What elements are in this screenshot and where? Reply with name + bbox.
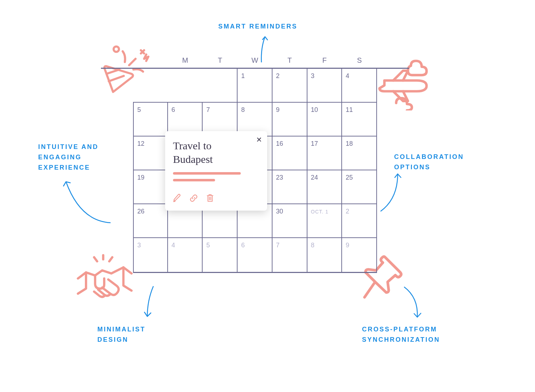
calendar-cell[interactable]: 3 — [307, 69, 342, 102]
calendar-cell[interactable]: 6 — [238, 238, 272, 272]
calendar-cell[interactable]: 7 — [272, 238, 307, 272]
label-intuitive: INTUITIVE AND ENGAGING EXPERIENCE — [38, 142, 98, 172]
calendar-cell[interactable]: 16 — [272, 136, 307, 170]
event-title: Travel to Budapest — [173, 139, 244, 166]
event-detail-placeholder — [173, 172, 241, 175]
calendar-cell[interactable]: 23 — [272, 170, 307, 203]
calendar-cell[interactable]: 19 — [133, 170, 168, 203]
pencil-icon — [173, 194, 182, 202]
label-minimal-l2: DESIGN — [97, 336, 128, 343]
label-intuitive-l3: EXPERIENCE — [38, 164, 90, 171]
day-header: W — [238, 50, 272, 68]
plane-clouds-icon — [376, 59, 434, 112]
calendar-cell[interactable]: 4 — [168, 238, 203, 272]
svg-point-2 — [114, 47, 119, 52]
close-icon: ✕ — [256, 136, 262, 144]
calendar-cell[interactable]: 2 — [272, 69, 307, 102]
calendar-cell-label: OCT. 1 — [311, 209, 329, 215]
calendar-cell[interactable]: 18 — [342, 136, 377, 170]
calendar-day-headers: M T W T F S — [133, 50, 377, 68]
calendar-cell[interactable]: 11 — [342, 103, 377, 136]
event-popup: ✕ Travel to Budapest — [165, 131, 267, 211]
label-intuitive-l2: ENGAGING — [38, 154, 82, 161]
label-collab-l2: OPTIONS — [394, 164, 430, 171]
link-button[interactable] — [189, 194, 198, 204]
calendar-cell-empty — [133, 69, 168, 102]
calendar-cell-empty — [168, 69, 203, 102]
calendar-cell[interactable]: 17 — [307, 136, 342, 170]
calendar-cell[interactable]: 4 — [342, 69, 377, 102]
calendar-week: 3 4 5 6 7 8 9 — [133, 238, 377, 272]
calendar-cell[interactable]: 3 — [133, 238, 168, 272]
arrow-collaboration — [377, 170, 409, 213]
calendar-cell[interactable]: 5 — [133, 103, 168, 136]
handshake-icon — [75, 253, 136, 308]
label-collaboration: COLLABORATION OPTIONS — [394, 152, 464, 172]
label-minimal-l1: MINIMALIST — [97, 326, 146, 333]
event-actions — [173, 194, 259, 204]
calendar-cell[interactable]: 1 — [238, 69, 272, 102]
calendar-cell[interactable]: 8 — [307, 238, 342, 272]
calendar-cell[interactable]: OCT. 1 — [307, 204, 342, 237]
calendar-cell[interactable]: 30 — [272, 204, 307, 237]
calendar-cell[interactable]: 25 — [342, 170, 377, 203]
calendar-cell[interactable]: 26 — [133, 204, 168, 237]
edit-button[interactable] — [173, 194, 182, 204]
calendar-cell[interactable]: 24 — [307, 170, 342, 203]
arrow-minimalist — [141, 284, 160, 320]
calendar-week: 1 2 3 4 — [133, 69, 377, 103]
link-icon — [189, 194, 198, 202]
diagram-stage: SMART REMINDERS INTUITIVE AND ENGAGING E… — [30, 14, 505, 371]
event-detail-placeholder — [173, 179, 215, 181]
calendar-cell[interactable]: 10 — [307, 103, 342, 136]
day-header: T — [203, 50, 238, 68]
label-minimalist: MINIMALIST DESIGN — [97, 324, 146, 345]
day-header: T — [272, 50, 307, 68]
calendar-cell[interactable]: 2 — [342, 204, 377, 237]
label-cross-platform: CROSS-PLATFORM SYNCHRONIZATION — [362, 324, 440, 345]
label-cross-l2: SYNCHRONIZATION — [362, 336, 440, 343]
arrow-intuitive — [55, 171, 112, 228]
label-cross-l1: CROSS-PLATFORM — [362, 326, 437, 333]
calendar-cell[interactable]: 9 — [342, 238, 377, 272]
close-button[interactable]: ✕ — [256, 135, 262, 144]
label-smart-reminders: SMART REMINDERS — [218, 21, 297, 32]
calendar-cell-empty — [203, 69, 238, 102]
calendar-cell[interactable]: 5 — [203, 238, 238, 272]
delete-button[interactable] — [206, 194, 214, 204]
day-header: F — [307, 50, 342, 68]
calendar-cell[interactable]: 12 — [133, 136, 168, 170]
svg-line-0 — [109, 76, 124, 81]
svg-line-4 — [94, 257, 97, 261]
day-header: S — [342, 50, 377, 68]
label-collab-l1: COLLABORATION — [394, 153, 464, 160]
calendar-cell[interactable]: 9 — [272, 103, 307, 136]
day-header: M — [168, 50, 203, 68]
trash-icon — [206, 194, 214, 203]
svg-line-1 — [107, 69, 119, 74]
label-intuitive-l1: INTUITIVE AND — [38, 143, 98, 150]
svg-line-5 — [109, 257, 112, 261]
day-header — [133, 50, 168, 68]
